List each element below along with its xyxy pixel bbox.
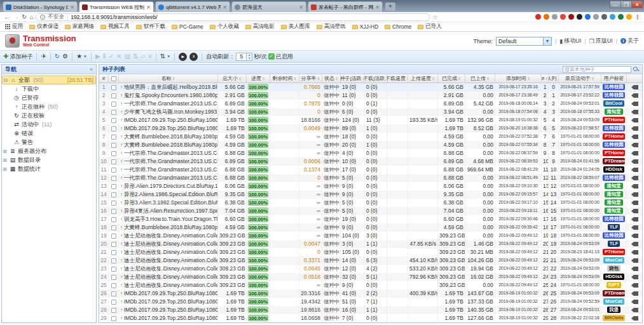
tag-icon[interactable] — [631, 209, 638, 213]
extension-icon[interactable] — [568, 14, 574, 20]
column-header-status[interactable]: 状态⇕ — [322, 74, 341, 83]
extension-icon[interactable] — [544, 14, 549, 20]
column-header-uploaded[interactable]: 已上传⇕ — [465, 74, 495, 83]
column-header-ratio[interactable]: 分享率⇕ — [299, 74, 322, 83]
autorefresh-enabled-checkbox[interactable]: ✓ — [268, 53, 275, 60]
extension-icon[interactable] — [601, 14, 607, 20]
torrent-row[interactable]: 20↑迪士尼动画收集.Disney.Animation.Collection.2… — [99, 240, 642, 248]
refresh-button[interactable]: ↻ — [55, 53, 60, 60]
torrent-row[interactable]: 7↑大黄蜂.Bumblebee.2018.BluRay.1080p.x265.1… — [99, 133, 642, 141]
about-link[interactable]: i关于 — [620, 37, 639, 45]
tag-icon[interactable] — [631, 151, 638, 156]
row-checkbox[interactable] — [111, 258, 116, 263]
back-button[interactable]: ← — [4, 14, 10, 20]
add-torrent-button[interactable]: ✚添加种子 — [3, 53, 32, 61]
stepper-down-icon[interactable]: ▼ — [247, 56, 252, 60]
tag-icon[interactable] — [631, 192, 638, 197]
sidebar-item-folder[interactable]: ⊞▤ 数据目录 — [2, 156, 96, 164]
browser-tab[interactable]: qBittorrent v4.1.7 Web 用户界 ✕ — [155, 1, 230, 12]
column-header-completed[interactable]: 已完成⇕ — [438, 74, 465, 83]
original-ui-link[interactable]: ❒原版UI — [589, 37, 613, 45]
tag-icon[interactable] — [631, 283, 638, 288]
tree-expander-icon[interactable]: ⊞ — [2, 166, 8, 172]
tag-icon[interactable] — [631, 225, 638, 230]
tag-icon[interactable] — [631, 201, 638, 205]
search-icon[interactable] — [633, 67, 639, 72]
row-checkbox[interactable] — [111, 217, 116, 222]
row-checkbox[interactable] — [111, 184, 116, 189]
torrent-row[interactable]: 8↑大黄蜂.Bumblebee.2018.BluRay.1080p.x265.1… — [99, 141, 642, 149]
forward-button[interactable]: → — [13, 14, 19, 20]
torrent-row[interactable]: 1↑地狱男爵：血皇后崛起.Hellboy.2019.BluRay.1080p5.… — [99, 83, 642, 91]
autorefresh-interval-stepper[interactable]: 5 ▲▼ — [236, 53, 252, 61]
theme-select[interactable]: Default ▼ — [496, 37, 552, 46]
column-header-size[interactable]: 总大小⇕ — [218, 74, 247, 83]
extension-icon[interactable] — [626, 14, 632, 20]
torrent-row[interactable]: 18↑大黄蜂.Bumblebee.2018.BluRay.1080p.x265.… — [99, 223, 642, 232]
tag-icon[interactable] — [631, 93, 638, 98]
tag-icon[interactable] — [631, 234, 638, 238]
row-checkbox[interactable] — [111, 225, 116, 230]
bookmark-item[interactable]: 仪表保适 — [29, 23, 58, 30]
labels-button[interactable]: ★▼ — [76, 53, 87, 60]
bookmark-item[interactable]: 应用 — [5, 23, 23, 30]
chevron-down-icon[interactable]: ▼ — [543, 37, 551, 45]
bookmark-star-icon[interactable]: ☆ — [432, 14, 437, 20]
torrent-row[interactable]: 23↑迪士尼动画收集.Disney.Animation.Collection.2… — [99, 265, 642, 273]
extension-icon[interactable] — [577, 14, 582, 20]
torrent-row[interactable]: 21↑迪士尼动画收集.Disney.Animation.Collection.2… — [99, 248, 642, 256]
sidebar-item-servers[interactable]: ⊞≣ 服务器分布 — [2, 147, 96, 156]
tag-icon[interactable] — [631, 184, 638, 189]
row-checkbox[interactable] — [111, 316, 116, 321]
torrent-row[interactable]: 19↑迪士尼动画收集.Disney.Animation.Collection.2… — [99, 232, 642, 240]
tree-expander-icon[interactable]: ⊞ — [2, 157, 8, 163]
row-checkbox[interactable] — [111, 143, 116, 148]
tag-icon[interactable] — [631, 275, 638, 279]
browser-tab[interactable]: Transmission WEB 控制器 1.6.0 ✕ — [79, 1, 154, 12]
torrent-row[interactable]: 12↑一代宗师.The.Grandmaster.2013.US.Cut.BluR… — [99, 174, 642, 182]
torrent-row[interactable]: 29↑IMDb.2017.09.29.Top.250.BluRay.1080p.… — [99, 314, 642, 322]
tag-icon[interactable] — [631, 250, 638, 255]
sidebar-item-verifying[interactable]: ↻ 正在校验 — [2, 111, 96, 120]
collapse-sidebar-icon[interactable]: « — [90, 66, 93, 72]
row-checkbox[interactable] — [111, 126, 116, 131]
row-checkbox[interactable] — [111, 267, 116, 272]
torrent-row[interactable]: 5↑IMDb.2017.09.29.Top.250.BluRay.1080p.x… — [99, 116, 642, 124]
sidebar-item-downloading[interactable]: ↓ 下载中 — [2, 84, 96, 93]
row-checkbox[interactable] — [111, 102, 116, 107]
tag-icon[interactable] — [631, 242, 638, 246]
browser-tab[interactable]: 碧海蓝天 ✕ — [231, 1, 306, 12]
sort-button[interactable]: ⇅▼ — [160, 53, 170, 60]
sidebar-item-paused[interactable]: ◷ 已暂停 — [2, 93, 96, 102]
bookmark-item[interactable]: 高清壁纸 — [317, 23, 346, 30]
tag-icon[interactable] — [631, 176, 638, 180]
tab-close-icon[interactable]: ✕ — [375, 4, 380, 10]
column-header-seeds[interactable]: 种子|活跃⇕ — [341, 74, 365, 83]
row-checkbox[interactable] — [111, 159, 116, 164]
torrent-row[interactable]: 13↑异形.Alien.1979.Directors.Cut.BluRay.10… — [99, 182, 642, 190]
torrent-row[interactable]: 28↑IMDb.2017.09.29.Top.250.BluRay.1080p.… — [99, 306, 642, 314]
row-checkbox[interactable] — [111, 93, 116, 98]
torrent-row[interactable]: 25↑迪士尼动画收集.Disney.Animation.Collection.2… — [99, 281, 642, 289]
column-header-peers[interactable]: 下载|活跃⇕ — [365, 74, 387, 83]
torrent-row[interactable]: 11↑一代宗师.The.Grandmaster.2013.US.Cut.BluR… — [99, 166, 642, 174]
extension-icon[interactable] — [535, 14, 541, 20]
bookmark-item[interactable]: 视频工具 — [100, 23, 130, 30]
torrent-row[interactable]: 6↑IMDb.2017.09.29.Top.250.BluRay.1080p.x… — [99, 124, 642, 133]
torrent-row[interactable]: 10↑一代宗师.The.Grandmaster.2013.US.Cut.BluR… — [99, 157, 642, 166]
sidebar-item-error[interactable]: ⊗ 错误 — [2, 129, 96, 138]
column-header-dl_speed[interactable]: 下载速度⇕ — [387, 74, 408, 83]
bookmark-item[interactable]: XJJ-HD — [352, 23, 378, 30]
torrent-row[interactable]: 2↑鬼打鬼.Spooky.Encounters.1980.1080p.x265.… — [99, 91, 642, 100]
torrent-row[interactable]: 4↑少年黄飞鸿之铁马骝.Iron.Monkey.1993.BluRay.1080… — [99, 108, 642, 116]
torrent-row[interactable]: 3↑一代宗师.The.Grandmaster.2013.US.Cut.BluRa… — [99, 100, 642, 108]
column-header-added[interactable]: 添加时间⇕ — [495, 74, 542, 83]
torrent-row[interactable]: 14↑异形2.Aliens.1986.Special.Edition.BluRa… — [99, 190, 642, 199]
row-checkbox[interactable] — [111, 168, 116, 173]
bookmark-item[interactable]: 高清电影 — [245, 23, 275, 30]
tag-icon[interactable] — [631, 308, 638, 312]
minimize-button[interactable]: — — [610, 1, 621, 8]
tag-icon[interactable] — [631, 217, 638, 222]
extension-icon[interactable] — [593, 14, 599, 20]
extension-icon[interactable] — [560, 14, 566, 20]
